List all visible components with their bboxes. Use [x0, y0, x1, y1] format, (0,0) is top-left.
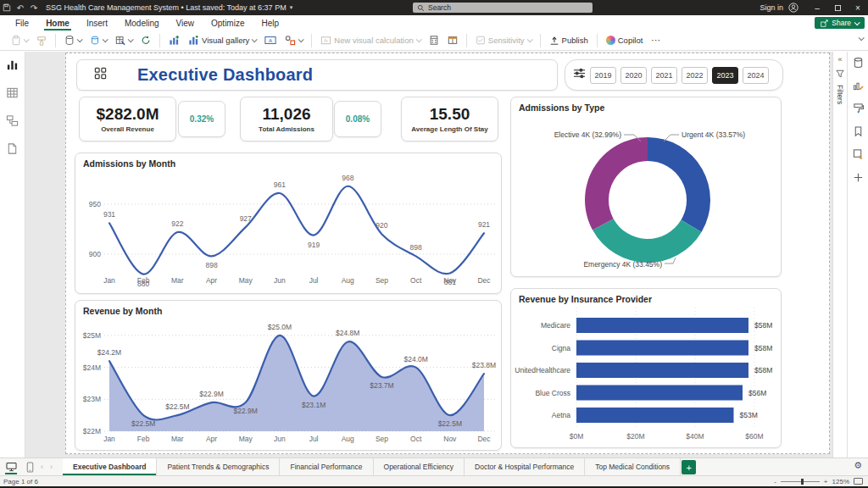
- kpi-delta-card-1[interactable]: 0.32%: [178, 101, 225, 137]
- bar-cigna[interactable]: [576, 341, 748, 356]
- report-view-button[interactable]: [6, 58, 19, 75]
- menu-help[interactable]: Help: [253, 15, 287, 30]
- selection-pane-icon[interactable]: [853, 148, 864, 164]
- new-measure-button[interactable]: [446, 34, 459, 47]
- sensitivity-button[interactable]: Sensitivity: [474, 34, 533, 47]
- sign-in-link[interactable]: Sign in: [760, 3, 783, 12]
- dataset-button[interactable]: [88, 34, 108, 47]
- format-pane-icon[interactable]: [853, 103, 864, 118]
- donut-slice-elective[interactable]: [585, 137, 648, 230]
- zoom-slider-thumb[interactable]: [801, 479, 804, 485]
- year-chip-2021[interactable]: 2021: [651, 67, 677, 84]
- admissions-by-month-chart[interactable]: 950900931Jan880Feb922Mar898Apr927May961J…: [75, 152, 502, 294]
- bar-unitedhealthcare[interactable]: [576, 363, 748, 378]
- zoom-level[interactable]: 125%: [832, 478, 849, 485]
- year-chip-2019[interactable]: 2019: [590, 67, 616, 84]
- menu-home[interactable]: Home: [37, 15, 78, 30]
- report-page[interactable]: Executive Dashboard 20192020202120222023…: [65, 53, 830, 454]
- get-data-button[interactable]: [63, 34, 83, 47]
- new-visual-calculation-button[interactable]: fx New visual calculation: [319, 34, 421, 47]
- next-page-button[interactable]: ›: [47, 458, 56, 475]
- search-input[interactable]: Search: [413, 3, 593, 13]
- menu-optimize[interactable]: Optimize: [203, 15, 253, 30]
- paste-button[interactable]: [9, 34, 30, 47]
- format-painter-button[interactable]: [35, 35, 48, 47]
- zoom-in-button[interactable]: +: [824, 478, 828, 485]
- save-icon[interactable]: [0, 3, 14, 12]
- year-chip-2024[interactable]: 2024: [743, 67, 769, 84]
- fit-to-page-icon[interactable]: [854, 478, 863, 485]
- menu-file[interactable]: File: [7, 15, 37, 30]
- menu-view[interactable]: View: [168, 15, 203, 30]
- text-box-button[interactable]: A: [263, 34, 278, 47]
- mobile-layout-button[interactable]: [22, 458, 37, 475]
- redo-button[interactable]: ↷: [27, 3, 41, 13]
- more-options-button[interactable]: ⋯: [649, 34, 663, 47]
- new-visual-button[interactable]: [167, 34, 181, 47]
- desktop-layout-button[interactable]: [3, 458, 19, 475]
- filter-funnel-icon[interactable]: [836, 66, 844, 81]
- quick-measure-button[interactable]: [427, 34, 441, 47]
- new-page-button[interactable]: +: [682, 460, 696, 474]
- share-button[interactable]: Share: [815, 17, 865, 29]
- transform-data-button[interactable]: [114, 34, 134, 47]
- revenue-by-insurance-chart[interactable]: $0M$20M$40M$60MMedicare$58MCigna$58MUnit…: [510, 288, 782, 448]
- copilot-button[interactable]: Copilot: [604, 35, 645, 46]
- year-slicer-card[interactable]: 201920202021202220232024: [565, 59, 783, 91]
- admissions-by-type-chart[interactable]: Urgent 4K (33.57%)Emergency 4K (33.45%)E…: [510, 97, 782, 277]
- ribbon-toolbar: Visual gallery A fx New visual calculati…: [0, 30, 868, 51]
- bookmarks-pane-icon[interactable]: [853, 125, 864, 141]
- page-tab-1[interactable]: Executive Dashboard: [63, 458, 157, 475]
- publish-button[interactable]: Publish: [548, 34, 590, 47]
- report-canvas[interactable]: Executive Dashboard 20192020202120222023…: [25, 52, 832, 458]
- expand-filters-icon[interactable]: «: [837, 55, 842, 64]
- menu-modeling[interactable]: Modeling: [116, 15, 168, 30]
- page-tab-6[interactable]: Top Medical Conditions: [585, 458, 681, 475]
- donut-slice-emergency[interactable]: [593, 219, 701, 263]
- refresh-button[interactable]: [139, 34, 153, 47]
- page-tabs-bar: ‹ › Executive DashboardPatient Trends & …: [0, 458, 868, 475]
- close-button[interactable]: ×: [848, 0, 868, 15]
- previous-page-button[interactable]: ‹: [37, 458, 47, 475]
- undo-button[interactable]: ↶: [14, 3, 27, 13]
- layout-grid-icon: [94, 67, 107, 83]
- page-tab-2[interactable]: Patient Trends & Demographics: [157, 458, 280, 475]
- page-tab-5[interactable]: Doctor & Hospital Performance: [465, 458, 585, 475]
- build-visual-pane-icon[interactable]: [853, 80, 864, 95]
- add-pane-icon[interactable]: [853, 171, 864, 186]
- ribbon-collapse-icon[interactable]: [859, 35, 865, 41]
- data-pane-icon[interactable]: [853, 57, 864, 72]
- dax-query-view-button[interactable]: [6, 142, 19, 158]
- donut-slice-urgent[interactable]: [648, 137, 710, 232]
- more-visuals-button[interactable]: [283, 34, 304, 47]
- minimize-button[interactable]: –: [807, 0, 827, 15]
- chart-text: Jul: [309, 435, 319, 443]
- bar-blue-cross[interactable]: [576, 385, 743, 401]
- visual-gallery-button[interactable]: Visual gallery: [186, 34, 258, 47]
- table-view-button[interactable]: [6, 86, 19, 103]
- bar-medicare[interactable]: [576, 318, 748, 333]
- chart-text: Jan: [103, 435, 115, 443]
- kpi-card-1[interactable]: $282.0MOverall Revenue: [79, 97, 176, 141]
- maximize-button[interactable]: [827, 0, 848, 15]
- year-chip-2023[interactable]: 2023: [712, 67, 738, 84]
- page-tab-3[interactable]: Financial Performance: [280, 458, 373, 475]
- kpi-delta-card-2[interactable]: 0.08%: [334, 101, 381, 137]
- model-view-button[interactable]: [6, 114, 19, 130]
- year-chip-2020[interactable]: 2020: [620, 67, 647, 84]
- menu-insert[interactable]: Insert: [78, 15, 116, 30]
- filters-pane-label[interactable]: Filters: [836, 85, 844, 104]
- revenue-by-month-chart[interactable]: $25M$24M$23M$22M$24.2MJan$22.5MFeb$22.5M…: [75, 300, 502, 451]
- year-chip-2022[interactable]: 2022: [682, 67, 708, 84]
- dashboard-header-card[interactable]: Executive Dashboard: [76, 59, 558, 91]
- account-avatar-icon[interactable]: [788, 3, 798, 13]
- bar-aetna[interactable]: [576, 408, 734, 423]
- kpi-card-3[interactable]: 15.50Average Length Of Stay: [401, 97, 498, 141]
- filters-pane-collapsed: « Filters: [832, 52, 847, 458]
- title-caret-icon[interactable]: ▾: [290, 4, 293, 11]
- zoom-slider[interactable]: [781, 481, 820, 482]
- page-tab-4[interactable]: Operational Efficiency: [374, 458, 465, 475]
- page-settings-gear-icon[interactable]: ⚙: [854, 460, 862, 471]
- kpi-card-2[interactable]: 11,026Total Admissions: [240, 97, 333, 141]
- zoom-out-button[interactable]: -: [774, 478, 776, 485]
